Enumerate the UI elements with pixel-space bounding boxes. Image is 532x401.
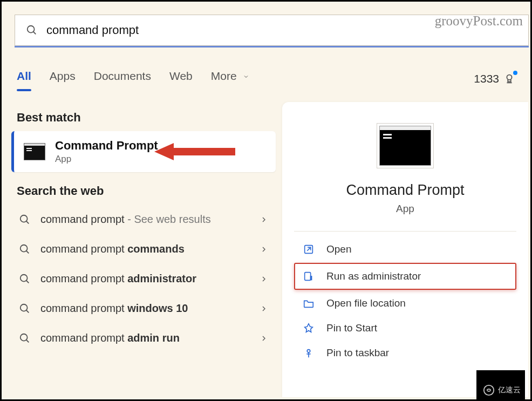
detail-app-icon-wrap: [282, 126, 528, 166]
svg-line-1: [33, 32, 36, 35]
action-pin-to-start[interactable]: Pin to Start: [294, 316, 516, 341]
detail-subtitle: App: [282, 203, 528, 215]
best-match-subtitle: App: [55, 154, 158, 165]
tab-apps[interactable]: Apps: [50, 70, 76, 88]
action-open[interactable]: Open: [294, 237, 516, 262]
tab-documents[interactable]: Documents: [94, 70, 151, 88]
action-label: Open file location: [326, 297, 406, 309]
shield-icon: [303, 270, 315, 282]
search-icon: [19, 303, 31, 315]
details-panel: Command Prompt App Open Run as administr…: [282, 102, 528, 397]
action-pin-to-taskbar[interactable]: Pin to taskbar: [294, 341, 516, 365]
rewards-points[interactable]: 1333: [474, 72, 515, 85]
search-web-heading: Search the web: [17, 184, 270, 198]
chevron-right-icon: [260, 275, 268, 283]
action-label: Open: [326, 243, 351, 255]
chevron-right-icon: [260, 304, 268, 313]
tab-web[interactable]: Web: [169, 70, 193, 88]
tab-all[interactable]: All: [17, 70, 31, 88]
search-icon: [19, 332, 31, 344]
tab-more[interactable]: More: [211, 70, 250, 88]
svg-line-7: [26, 221, 29, 223]
divider: [294, 231, 516, 232]
best-match-title: Command Prompt: [55, 139, 158, 153]
points-value: 1333: [474, 72, 499, 85]
web-result-item[interactable]: command prompt administrator: [11, 264, 276, 294]
action-label: Pin to Start: [326, 322, 377, 334]
svg-point-14: [21, 334, 28, 341]
watermark-text: groovyPost.com: [435, 13, 523, 29]
results-column: Best match Command Prompt App Search the…: [11, 106, 276, 397]
command-prompt-icon: [379, 126, 431, 166]
best-match-result[interactable]: Command Prompt App: [11, 131, 276, 172]
command-prompt-icon: [24, 143, 45, 160]
chevron-right-icon: [260, 245, 268, 254]
svg-point-22: [484, 385, 494, 395]
web-result-label: command prompt administrator: [40, 273, 250, 285]
svg-line-15: [26, 339, 29, 342]
best-match-heading: Best match: [17, 111, 270, 125]
pin-icon: [303, 347, 315, 359]
open-icon: [303, 243, 315, 255]
web-results-list: command prompt - See web results command…: [11, 205, 276, 353]
svg-point-0: [28, 26, 35, 33]
detail-title: Command Prompt: [282, 182, 528, 199]
search-icon: [26, 24, 38, 36]
chevron-down-icon: [243, 70, 249, 76]
svg-line-13: [26, 310, 29, 312]
web-result-label: command prompt commands: [40, 243, 250, 255]
svg-rect-18: [305, 273, 311, 281]
svg-point-12: [21, 304, 28, 311]
svg-line-9: [26, 250, 29, 253]
folder-icon: [303, 297, 315, 309]
action-label: Pin to taskbar: [326, 347, 389, 359]
web-result-item[interactable]: command prompt - See web results: [11, 205, 276, 234]
action-run-as-administrator[interactable]: Run as administrator: [294, 263, 516, 290]
web-result-item[interactable]: command prompt windows 10: [11, 294, 276, 323]
svg-point-2: [507, 75, 511, 80]
web-result-item[interactable]: command prompt admin run: [11, 323, 276, 353]
bottom-overlay: 亿速云: [476, 370, 525, 399]
web-result-item[interactable]: command prompt commands: [11, 234, 276, 264]
source-badge: 亿速云: [483, 384, 521, 396]
annotation-arrow: [154, 141, 235, 162]
search-icon: [19, 214, 31, 226]
web-result-label: command prompt windows 10: [40, 302, 250, 315]
search-underline: [15, 46, 529, 47]
svg-point-10: [21, 274, 28, 281]
chevron-right-icon: [260, 215, 268, 224]
svg-line-17: [307, 247, 310, 250]
actions-list: Open Run as administrator Open file loca…: [294, 237, 516, 365]
web-result-label: command prompt admin run: [40, 332, 250, 344]
svg-point-8: [21, 244, 28, 252]
chevron-right-icon: [260, 334, 268, 343]
svg-point-6: [21, 215, 28, 222]
search-icon: [19, 243, 31, 255]
trophy-icon: [503, 73, 515, 85]
search-tabs: All Apps Documents Web More 1333: [17, 66, 515, 91]
svg-line-11: [26, 280, 29, 283]
search-icon: [19, 273, 31, 285]
pin-icon: [303, 322, 315, 334]
tab-more-label: More: [211, 70, 237, 82]
web-result-label: command prompt - See web results: [40, 213, 250, 226]
action-label: Run as administrator: [326, 270, 421, 282]
svg-point-19: [307, 350, 310, 353]
action-open-file-location[interactable]: Open file location: [294, 291, 516, 316]
